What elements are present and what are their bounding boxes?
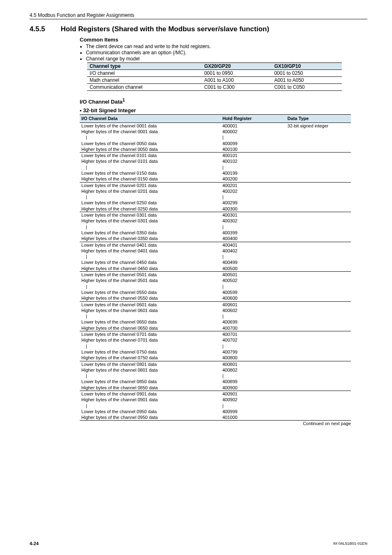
table-row: Higher bytes of the channel 0701 data400… (80, 337, 351, 343)
table-cell: 400500 (221, 266, 286, 272)
table-cell: 400099 (221, 141, 286, 146)
table-cell: Lower bytes of the channel 0501 data (80, 272, 221, 278)
table-row: Lower bytes of the channel 0150 data4001… (80, 170, 351, 176)
table-cell (286, 188, 351, 194)
table-cell: Higher bytes of the channel 0001 data (80, 129, 221, 134)
table-cell (286, 373, 351, 379)
common-items-list: The client device can read and write to … (80, 44, 367, 62)
table-row: Lower bytes of the channel 0601 data4006… (80, 301, 351, 308)
table-cell: Higher bytes of the channel 0701 data (80, 337, 221, 343)
table-cell: 400700 (221, 325, 286, 331)
table-cell: | (221, 343, 286, 349)
table-row: Higher bytes of the channel 0201 data400… (80, 188, 351, 194)
table-cell: 401000 (221, 414, 286, 421)
table-row: Lower bytes of the channel 0050 data4000… (80, 141, 351, 146)
table-cell (286, 284, 351, 289)
table-cell: 400799 (221, 349, 286, 355)
table-cell: 400600 (221, 295, 286, 301)
table-cell: A001 to A100 (202, 77, 272, 84)
table-cell: | (221, 403, 286, 409)
table-cell (286, 331, 351, 338)
table-cell (286, 224, 351, 230)
table-cell: 400901 (221, 391, 286, 397)
table-row: Higher bytes of the channel 0101 data400… (80, 158, 351, 164)
running-header: 4.5 Modbus Function and Register Assignm… (30, 12, 367, 19)
table-cell (286, 403, 351, 409)
table-cell (286, 355, 351, 361)
section-title: Hold Registers (Shared with the Modbus s… (61, 25, 269, 33)
table-row: || (80, 194, 351, 200)
table-cell: 400400 (221, 236, 286, 242)
table-cell (286, 414, 351, 421)
table-row: || (80, 254, 351, 259)
table-cell (286, 236, 351, 242)
table-cell: Lower bytes of the channel 0450 data (80, 259, 221, 265)
table-row: Lower bytes of the channel 0250 data4002… (80, 200, 351, 206)
table-cell: Lower bytes of the channel 0801 data (80, 361, 221, 367)
table-cell: 400702 (221, 337, 286, 343)
table-cell (286, 141, 351, 146)
table-row: || (80, 373, 351, 379)
table-cell: 400302 (221, 218, 286, 224)
table-row: Higher bytes of the channel 0450 data400… (80, 266, 351, 272)
table-cell (286, 379, 351, 384)
table-cell (286, 266, 351, 272)
table-row: Lower bytes of the channel 0901 data4009… (80, 391, 351, 397)
table-cell: Lower bytes of the channel 0050 data (80, 141, 221, 146)
table-cell: Lower bytes of the channel 0901 data (80, 391, 221, 397)
table-cell: | (221, 134, 286, 140)
table-cell: 0001 to 0950 (202, 70, 272, 77)
table-row: Higher bytes of the channel 0401 data400… (80, 248, 351, 254)
table-row: Higher bytes of the channel 0050 data400… (80, 146, 351, 153)
table-cell: 400402 (221, 248, 286, 254)
io-channel-table: I/O Channel Data Hold Register Data Type… (80, 114, 351, 421)
table-cell: Higher bytes of the channel 0601 data (80, 308, 221, 313)
table-row: Lower bytes of the channel 0201 data4002… (80, 182, 351, 188)
list-item: Channel range by model (86, 56, 367, 62)
table-cell: Lower bytes of the channel 0301 data (80, 212, 221, 218)
table-cell (286, 212, 351, 218)
table-cell: 400602 (221, 308, 286, 313)
table-cell: Higher bytes of the channel 0850 data (80, 385, 221, 391)
table-cell: 400902 (221, 397, 286, 402)
page-number: 4-24 (30, 541, 39, 546)
table-cell: 400200 (221, 176, 286, 182)
table-cell (286, 385, 351, 391)
channel-range-table: Channel type GX20/GP20 GX10/GP10 I/O cha… (87, 62, 342, 91)
table-cell: 400502 (221, 278, 286, 283)
table-row: Lower bytes of the channel 0701 data4007… (80, 331, 351, 338)
th-io-data: I/O Channel Data (80, 115, 221, 123)
table-cell (286, 349, 351, 355)
table-cell: 400002 (221, 129, 286, 134)
table-cell: 400800 (221, 355, 286, 361)
io-channel-data-heading: I/O Channel Data1 (80, 97, 367, 105)
table-row: Higher bytes of the channel 0350 data400… (80, 236, 351, 242)
table-cell: | (221, 373, 286, 379)
table-cell: Higher bytes of the channel 0250 data (80, 206, 221, 212)
table-cell: Lower bytes of the channel 0950 data (80, 409, 221, 414)
table-row: Higher bytes of the channel 0550 data400… (80, 295, 351, 301)
table-cell: | (221, 254, 286, 259)
table-cell: 400501 (221, 272, 286, 278)
table-cell (286, 170, 351, 176)
table-cell: | (221, 224, 286, 230)
table-cell: 400699 (221, 319, 286, 325)
table-cell: | (80, 343, 221, 349)
table-cell: | (80, 254, 221, 259)
table-cell: 400299 (221, 200, 286, 206)
table-cell: | (221, 164, 286, 170)
table-cell: Higher bytes of the channel 0501 data (80, 278, 221, 283)
list-item: The client device can read and write to … (86, 44, 367, 49)
table-row: Lower bytes of the channel 0801 data4008… (80, 361, 351, 367)
table-cell (286, 319, 351, 325)
table-cell: 400701 (221, 331, 286, 338)
table-cell: | (80, 164, 221, 170)
table-row: Higher bytes of the channel 0950 data401… (80, 414, 351, 421)
document-id: IM 04L51B01-01EN (333, 541, 367, 546)
table-row: Lower bytes of the channel 0950 data4009… (80, 409, 351, 414)
table-cell: C001 to C050 (272, 84, 342, 91)
table-cell (286, 343, 351, 349)
table-cell (286, 242, 351, 248)
table-cell: Lower bytes of the channel 0001 data (80, 123, 221, 129)
table-cell (286, 397, 351, 402)
